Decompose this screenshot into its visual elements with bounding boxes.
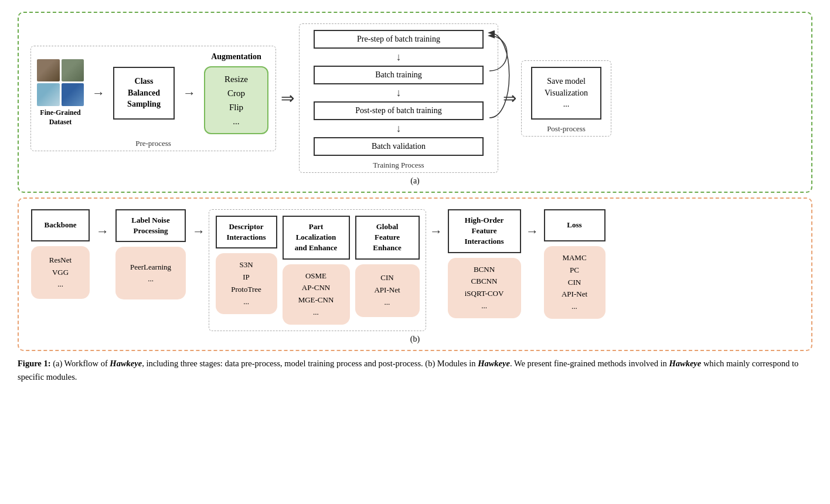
caption-hawkeye3: Hawkeye [669,359,701,368]
backbone-header: Backbone [31,209,90,241]
batch-validation-label: Batch validation [372,142,426,151]
descriptor-header: DescriptorInteractions [216,216,277,248]
augmentation-title: Augmentation [211,52,261,62]
postprocess-section: Save modelVisualization... Post-process [521,60,611,137]
train-arrow-2: ↓ [396,87,402,99]
augmentation-box: ResizeCropFlip... [204,66,268,134]
train-arrow-1: ↓ [396,51,402,63]
caption-text2: , including three stages: data pre-proce… [142,359,478,368]
label-noise-sub: PeerLearning... [115,247,186,299]
b-arrow-1: → [96,224,109,239]
caption-bold: Figure 1: [18,359,51,368]
cbs-label: Class Balanced Sampling [127,76,161,110]
module-loss: Loss MAMCPCCINAPI-Net... [542,209,607,319]
batch-validation-box: Batch validation [314,137,484,156]
label-noise-label: Label NoiseProcessing [131,215,169,236]
arrow-1: → [92,86,105,101]
preprocess-section: Fine-Grained Dataset → Class Balanced Sa… [30,46,276,151]
diagram-b-flow: Backbone ResNetVGG... → Label NoiseProce… [28,209,802,331]
diagram-a-label: (a) [30,176,800,186]
augmentation-items: ResizeCropFlip... [224,72,248,128]
preprocess-label: Pre-process [135,139,171,148]
highorder-header: High-OrderFeatureInteractions [448,209,521,253]
bird-img-1 [37,59,60,82]
diagram-a-flow: Fine-Grained Dataset → Class Balanced Sa… [30,23,800,173]
loop-arrows-svg [484,24,519,130]
arrow-2: → [183,86,196,101]
part-loc-items: OSMEAP-CNNMGE-CNN... [298,270,334,319]
augmentation-group: Augmentation ResizeCropFlip... [204,52,268,134]
postprocess-content: Save modelVisualization... [545,76,588,110]
diagram-b-label: (b) [28,335,802,344]
diagram-a-container: Fine-Grained Dataset → Class Balanced Sa… [18,12,812,193]
loss-sub: MAMCPCCINAPI-Net... [544,246,606,319]
caption-hawkeye1: Hawkeye [110,359,142,368]
descriptor-label: DescriptorInteractions [226,222,266,243]
figure-caption: Figure 1: (a) Workflow of Hawkeye, inclu… [18,357,809,384]
training-section: Pre-step of batch training ↓ Batch train… [299,23,498,173]
loss-header: Loss [544,209,606,241]
bird-img-4 [62,83,84,106]
global-feat-items: CINAPI-Net... [374,272,400,308]
module-backbone: Backbone ResNetVGG... [28,209,93,299]
part-loc-sub: OSMEAP-CNNMGE-CNN... [283,264,350,325]
global-feat-sub: CINAPI-Net... [355,264,420,317]
batch-training-box: Batch training [314,66,484,84]
loss-items: MAMCPCCINAPI-Net... [562,252,587,313]
bird-img-2 [62,59,84,82]
loss-label: Loss [567,220,581,230]
descriptor-sub: S3NIPProtoTree... [216,253,277,314]
train-arrow-3: ↓ [396,122,402,135]
module-highorder: High-OrderFeatureInteractions BCNNCBCNNi… [446,209,522,318]
highorder-sub: BCNNCBCNNiSQRT-COV... [448,258,521,318]
training-curve-container: Pre-step of batch training ↓ Batch train… [309,30,488,156]
descriptor-items: S3NIPProtoTree... [231,259,261,308]
part-loc-header: PartLocalizationand Enhance [283,216,350,260]
dataset-images [37,59,84,106]
backbone-label: Backbone [45,220,77,230]
double-arrow-2: ⇒ [503,88,516,108]
label-noise-header: Label NoiseProcessing [115,209,186,242]
highorder-label: High-OrderFeatureInteractions [464,215,504,247]
module-global-feat: GlobalFeatureEnhance CINAPI-Net... [353,216,421,325]
b-arrow-2: → [192,224,205,239]
diagram-b-container: Backbone ResNetVGG... → Label NoiseProce… [18,197,812,351]
global-feat-label: GlobalFeatureEnhance [373,222,401,254]
training-boxes: Pre-step of batch training ↓ Batch train… [309,30,488,156]
postprocess-label: Post-process [547,124,586,134]
prestep-label: Pre-step of batch training [357,35,440,43]
label-noise-items: PeerLearning... [130,261,171,286]
global-feat-header: GlobalFeatureEnhance [355,216,420,260]
part-loc-label: PartLocalizationand Enhance [295,222,338,254]
highorder-items: BCNNCBCNNiSQRT-COV... [465,264,504,312]
batch-training-label: Batch training [375,70,422,79]
b-arrow-3: → [430,224,443,239]
poststep-label: Post-step of batch training [355,106,441,115]
backbone-sub: ResNetVGG... [31,246,90,299]
dataset-group: Fine-Grained Dataset [37,59,84,127]
double-arrow-1: ⇒ [281,88,294,108]
bird-img-3 [37,83,60,106]
poststep-box: Post-step of batch training [314,101,484,120]
postprocess-box: Save modelVisualization... [531,67,601,120]
caption-text1: (a) Workflow of [53,359,110,368]
sub-group-middle: DescriptorInteractions S3NIPProtoTree...… [209,209,426,331]
caption-hawkeye2: Hawkeye [478,359,510,368]
module-descriptor: DescriptorInteractions S3NIPProtoTree... [214,216,278,325]
module-part-loc: PartLocalizationand Enhance OSMEAP-CNNMG… [281,216,351,325]
b-arrow-4: → [526,224,539,239]
module-label-noise: Label NoiseProcessing PeerLearning... [113,209,189,299]
backbone-items: ResNetVGG... [49,254,72,291]
cbs-box: Class Balanced Sampling [113,67,175,120]
caption-text3: . We present fine-grained methods involv… [510,359,669,368]
dataset-label: Fine-Grained Dataset [40,108,80,127]
training-label: Training Process [373,161,424,170]
prestep-box: Pre-step of batch training [314,30,484,49]
